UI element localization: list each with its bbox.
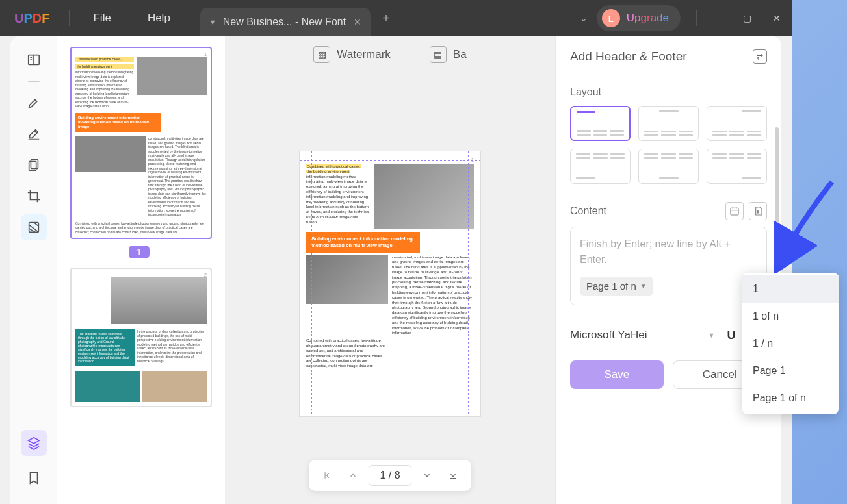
background-icon: ▤ — [430, 46, 447, 63]
thumbnails-panel[interactable]: 1 Combined with practical cases, the bui… — [57, 36, 225, 504]
reader-tool-icon[interactable] — [21, 47, 47, 73]
menu-help[interactable]: Help — [129, 12, 189, 25]
content-area: 1 Combined with practical cases, the bui… — [10, 36, 781, 504]
content-input[interactable]: Finish by Enter; new line by Alt + Enter… — [570, 227, 767, 305]
document-tab[interactable]: ▼ New Busines... - New Font ✕ — [200, 8, 371, 36]
minimize-button[interactable]: — — [702, 5, 732, 31]
body-text: constructed, multi-view image data are f… — [392, 255, 474, 336]
next-page-button[interactable] — [417, 465, 437, 486]
first-page-button[interactable] — [317, 465, 337, 486]
swap-icon[interactable]: ⇄ — [753, 49, 767, 64]
edit-tool-icon[interactable] — [21, 121, 47, 147]
watermark-tool[interactable]: ▨ Watermark — [313, 46, 391, 63]
dropdown-option[interactable]: Page 1 of n — [742, 384, 839, 412]
body-text: information modeling method integrating … — [306, 175, 370, 225]
font-select[interactable]: Microsoft YaHei▼ — [570, 329, 715, 342]
layout-options — [570, 106, 767, 184]
dropdown-option[interactable]: 1 / n — [742, 330, 839, 357]
thumb-page-number: 1 — [129, 246, 150, 258]
background-tool[interactable]: ▤ Ba — [430, 46, 467, 63]
highlight-text: the building environment — [306, 170, 350, 173]
dropdown-option[interactable]: 1 — [742, 275, 839, 303]
prev-page-button[interactable] — [343, 465, 363, 486]
pdf-page-preview[interactable]: 1 Combined with practical cases, the bui… — [299, 151, 481, 417]
upgrade-label: Upgrade — [627, 12, 669, 25]
thumb-image — [75, 371, 140, 402]
dropdown-option[interactable]: Page 1 — [742, 357, 839, 384]
thumb-image — [142, 371, 207, 402]
highlight-text: Combined with practical cases, — [306, 164, 361, 168]
highlight-text: the building environment — [75, 64, 134, 69]
left-toolbar — [10, 36, 57, 504]
layers-tool-icon[interactable] — [21, 430, 47, 456]
header-footer-panel: Add Header & Footer ⇄ Layout Content 1 — [555, 36, 781, 504]
page-image — [374, 164, 474, 229]
tab-close-icon[interactable]: ✕ — [354, 17, 361, 27]
titlebar: UPDF File Help ▼ New Busines... - New Fo… — [0, 0, 792, 36]
layout-option-4[interactable] — [570, 149, 631, 184]
thumbnail-page-1[interactable]: 1 Combined with practical cases, the bui… — [70, 47, 212, 239]
svg-rect-4 — [731, 208, 738, 215]
highlight-tool-icon[interactable] — [21, 90, 47, 116]
upgrade-button[interactable]: L Upgrade — [597, 5, 681, 31]
watermark-icon: ▨ — [313, 46, 330, 63]
highlight-text: Combined with practical cases, — [75, 57, 134, 62]
page-input[interactable]: 1 / 8 — [369, 465, 411, 486]
divider — [696, 10, 697, 26]
separator — [28, 81, 40, 82]
layout-option-2[interactable] — [638, 106, 699, 141]
body-text: constructed, multi-view image data are f… — [148, 136, 207, 217]
page-image — [306, 255, 388, 304]
layout-label: Layout — [570, 86, 767, 98]
layout-option-5[interactable] — [638, 149, 699, 184]
main-document-view: ▨ Watermark ▤ Ba 1 Combined with practic… — [225, 36, 555, 504]
body-text: information modeling method integrating … — [75, 70, 134, 108]
page-format-chip[interactable]: Page 1 of n▼ — [580, 277, 653, 296]
crop-tool-icon[interactable] — [21, 183, 47, 209]
svg-text:1: 1 — [757, 210, 759, 214]
pages-tool-icon[interactable] — [21, 152, 47, 178]
panel-title: Add Header & Footer — [570, 49, 687, 64]
tab-title: New Busines... - New Font — [223, 16, 346, 28]
content-placeholder: Finish by Enter; new line by Alt + Enter… — [580, 236, 757, 268]
tab-dropdown-icon[interactable]: ▼ — [209, 18, 216, 26]
menu-file[interactable]: File — [75, 12, 129, 25]
content-label: Content — [570, 205, 606, 217]
thumb-image — [111, 277, 207, 324]
layout-option-1[interactable] — [570, 106, 631, 141]
font-controls: Microsoft YaHei▼ U — [570, 316, 767, 345]
app-window: UPDF File Help ▼ New Busines... - New Fo… — [0, 0, 792, 504]
tool-label: Watermark — [337, 48, 391, 61]
callout-teal: The practical results show that through … — [75, 329, 135, 366]
close-button[interactable]: ✕ — [762, 5, 792, 31]
body-text: Combined with practical cases, low-altit… — [306, 338, 387, 369]
divider — [69, 10, 70, 26]
date-icon[interactable] — [725, 202, 744, 220]
new-tab-button[interactable]: + — [382, 11, 390, 26]
layout-option-3[interactable] — [707, 106, 767, 141]
page-tools: ▨ Watermark ▤ Ba — [225, 36, 555, 73]
last-page-button[interactable] — [443, 465, 463, 486]
panel-scrollbar[interactable] — [775, 127, 779, 270]
maximize-button[interactable]: ▢ — [732, 5, 762, 31]
tool-label: Ba — [453, 48, 467, 61]
page-format-dropdown: 1 1 of n 1 / n Page 1 Page 1 of n — [742, 273, 839, 414]
callout-title: Building environment information modelin… — [306, 232, 420, 253]
body-text: Combined with practical cases, low-altit… — [75, 221, 207, 234]
bookmark-tool-icon[interactable] — [21, 465, 47, 491]
layout-option-6[interactable] — [707, 149, 767, 184]
dropdown-option[interactable]: 1 of n — [742, 303, 839, 330]
thumbnail-page-2[interactable]: 2 The practical results show that throug… — [70, 268, 212, 407]
app-logo: UPDF — [0, 11, 64, 26]
underline-button[interactable]: U — [722, 325, 741, 345]
callout-title: Building environment information modelin… — [75, 113, 161, 132]
save-button[interactable]: Save — [570, 360, 664, 389]
watermark-tool-icon[interactable] — [21, 214, 47, 240]
avatar: L — [602, 9, 620, 27]
tab-overflow-icon[interactable]: ⌄ — [571, 13, 597, 23]
thumb-image — [75, 136, 146, 172]
body-text: In the process of data collection and pr… — [137, 329, 207, 366]
page-number-icon[interactable]: 1 — [749, 202, 767, 220]
thumb-image — [137, 57, 207, 95]
page-navigator: 1 / 8 — [309, 460, 471, 491]
